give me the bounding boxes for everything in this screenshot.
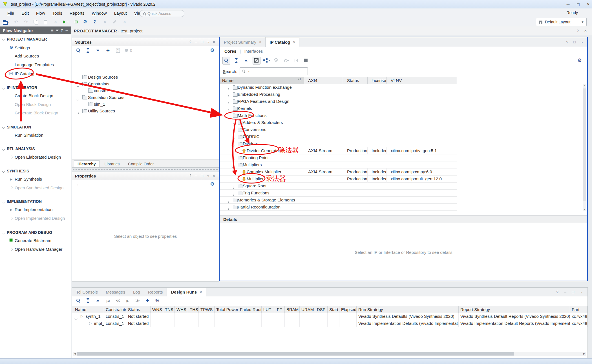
chevron-right-icon[interactable] bbox=[232, 136, 234, 140]
horizontal-scrollbar[interactable]: ◀ ▶ bbox=[73, 352, 586, 356]
quick-access-input[interactable]: Quick Access bbox=[140, 10, 184, 17]
search-input[interactable] bbox=[240, 67, 308, 75]
help-icon[interactable] bbox=[565, 39, 570, 45]
step-forward-button[interactable] bbox=[134, 297, 141, 304]
collapse-all-button[interactable] bbox=[233, 57, 240, 64]
flow-item-generate-block-design[interactable]: Generate Block Design bbox=[0, 109, 71, 116]
column-header-uram[interactable]: URAM bbox=[300, 306, 315, 313]
flow-item-ip-catalog[interactable]: IP Catalog bbox=[0, 70, 71, 77]
help-icon[interactable] bbox=[60, 28, 64, 33]
flow-section-rtl-analysis[interactable]: RTL ANALYSIS bbox=[0, 145, 71, 152]
source-tree-item[interactable]: constrs_1 bbox=[72, 87, 219, 94]
maximize-icon[interactable] bbox=[572, 39, 577, 45]
menu-item-file[interactable]: File bbox=[7, 11, 14, 15]
flow-item-run-synthesis[interactable]: Run Synthesis bbox=[0, 176, 71, 182]
menu-item-reports[interactable]: Reports bbox=[70, 11, 85, 15]
flow-section-program-and-debug[interactable]: PROGRAM AND DEBUG bbox=[0, 229, 71, 236]
scroll-left-icon[interactable]: ◀ bbox=[74, 352, 76, 355]
redo-button[interactable] bbox=[22, 18, 30, 26]
menu-item-flow[interactable]: Flow bbox=[36, 11, 45, 15]
run-button[interactable] bbox=[62, 18, 69, 26]
expand-all-button[interactable] bbox=[243, 57, 250, 64]
back-button[interactable] bbox=[75, 181, 82, 188]
chevron-down-icon[interactable] bbox=[75, 316, 77, 320]
flow-item-open-implemented-design[interactable]: Open Implemented Design bbox=[0, 215, 71, 221]
chevron-right-icon[interactable] bbox=[227, 86, 229, 91]
help-icon[interactable] bbox=[575, 28, 580, 33]
chevron-right-icon[interactable] bbox=[232, 185, 234, 190]
cancel-button[interactable] bbox=[101, 18, 109, 26]
source-tree-item[interactable]: sim_1 bbox=[72, 101, 219, 108]
help-icon[interactable] bbox=[188, 39, 192, 45]
flow-section-implementation[interactable]: IMPLEMENTATION bbox=[0, 198, 71, 205]
column-header-start[interactable]: Start bbox=[328, 306, 339, 313]
column-header-run-strategy[interactable]: Run Strategy bbox=[357, 306, 459, 313]
menu-item-edit[interactable]: Edit bbox=[21, 11, 29, 15]
window-minimize-button[interactable]: ─ bbox=[567, 2, 570, 7]
flow-section-project-manager[interactable]: PROJECT MANAGER bbox=[0, 36, 71, 43]
close-icon[interactable]: × bbox=[293, 40, 295, 45]
chevron-right-icon[interactable] bbox=[232, 121, 234, 126]
float-icon[interactable] bbox=[206, 173, 210, 178]
column-header-whs[interactable]: WHS bbox=[175, 306, 188, 313]
chevron-right-icon[interactable] bbox=[227, 100, 229, 105]
expand-all-button[interactable] bbox=[94, 47, 102, 54]
ip-catalog-row-cordic[interactable]: CORDIC bbox=[220, 133, 457, 140]
tools-button[interactable] bbox=[273, 57, 280, 64]
source-tree-item[interactable]: Simulation Sources bbox=[72, 94, 219, 101]
help-icon[interactable] bbox=[188, 173, 192, 178]
ip-catalog-row-adders-subtracters[interactable]: Adders & Subtracters bbox=[220, 119, 457, 126]
stop-block-button[interactable] bbox=[302, 57, 310, 64]
column-header-status[interactable]: Status bbox=[126, 306, 151, 313]
flow-section-simulation[interactable]: SIMULATION bbox=[0, 124, 71, 130]
column-header-ff[interactable]: FF bbox=[275, 306, 285, 313]
flow-item-create-block-design[interactable]: Create Block Design bbox=[0, 92, 71, 99]
play-button[interactable] bbox=[124, 297, 131, 304]
delete-button[interactable] bbox=[52, 18, 59, 26]
sources-tab-hierarchy[interactable]: Hierarchy bbox=[74, 160, 100, 167]
expand-all-button[interactable] bbox=[94, 297, 102, 304]
ip-catalog-row-floating-point[interactable]: Floating Point bbox=[220, 154, 457, 161]
tab-reports[interactable]: Reports bbox=[144, 288, 167, 296]
column-header-lut[interactable]: LUT bbox=[262, 306, 275, 313]
design-run-row-impl_1[interactable]: ▷impl_1constrs_1Not startedVivado Implem… bbox=[72, 320, 587, 327]
minimize-icon[interactable] bbox=[563, 289, 568, 294]
column-header-elapsed[interactable]: Elapsed bbox=[339, 306, 357, 313]
scroll-up-icon[interactable]: ∧ bbox=[583, 84, 586, 87]
collapse-all-button[interactable] bbox=[85, 47, 92, 54]
menu-item-tools[interactable]: Tools bbox=[52, 11, 62, 15]
float-icon[interactable] bbox=[579, 39, 584, 45]
ip-catalog-row-square-root[interactable]: Square Root bbox=[220, 183, 457, 190]
panel-splitter[interactable] bbox=[73, 169, 218, 170]
tab-cores[interactable]: Cores bbox=[224, 49, 237, 54]
ip-catalog-row-trig-functions[interactable]: Trig Functions bbox=[220, 190, 457, 197]
column-header-axi4[interactable]: AXI4 bbox=[304, 77, 343, 84]
open-project-button[interactable] bbox=[3, 18, 10, 26]
window-close-button[interactable]: × bbox=[587, 1, 590, 7]
column-header-part[interactable]: Part bbox=[570, 306, 587, 313]
percent-button[interactable] bbox=[154, 297, 161, 304]
scrollbar-thumb[interactable] bbox=[583, 88, 586, 201]
ip-catalog-row-kernels[interactable]: Kernels bbox=[220, 105, 457, 112]
close-icon[interactable] bbox=[212, 173, 216, 178]
column-header-failed-routes[interactable]: Failed Routes bbox=[238, 306, 262, 313]
column-header-tns[interactable]: TNS bbox=[163, 306, 175, 313]
flow-item-generate-bitstream[interactable]: Generate Bitstream bbox=[0, 237, 71, 244]
scrollbar-thumb[interactable] bbox=[77, 352, 514, 356]
source-tree-item[interactable]: Design Sources bbox=[72, 74, 219, 81]
minimize-icon[interactable] bbox=[65, 28, 69, 33]
tab-tcl-console[interactable]: Tcl Console bbox=[72, 288, 102, 296]
tab-messages[interactable]: Messages bbox=[102, 288, 129, 296]
ip-catalog-row-dividers[interactable]: Dividers bbox=[220, 140, 457, 147]
step-back-button[interactable] bbox=[114, 297, 122, 304]
kill-button[interactable] bbox=[121, 18, 128, 26]
flow-item-run-implementation[interactable]: Run Implementation bbox=[0, 206, 71, 213]
messages-badge-button[interactable]: 0 bbox=[124, 47, 132, 54]
chevron-right-icon[interactable] bbox=[227, 93, 229, 98]
column-header-wns[interactable]: WNS bbox=[151, 306, 163, 313]
float-icon[interactable] bbox=[206, 39, 210, 45]
flow-item-settings[interactable]: Settings bbox=[0, 44, 71, 51]
ip-catalog-row-multipliers[interactable]: Multipliers bbox=[220, 161, 457, 168]
hierarchy-view-button[interactable] bbox=[263, 57, 270, 64]
step-button[interactable] bbox=[72, 18, 79, 26]
